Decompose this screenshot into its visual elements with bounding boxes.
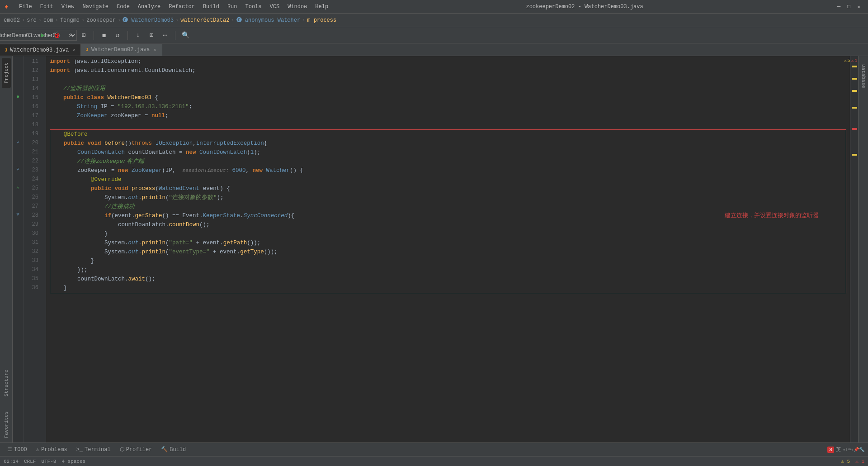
breadcrumb-com[interactable]: com <box>43 17 53 24</box>
lg-25: △ <box>13 183 23 192</box>
rerun-button[interactable]: ↺ <box>112 30 123 41</box>
menu-view[interactable]: View <box>58 3 78 11</box>
coverage-button[interactable]: ⊞ <box>78 30 89 41</box>
code-line-31: System.out.println("path=" + event.getPa… <box>50 238 846 247</box>
menu-tools[interactable]: Tools <box>242 3 265 11</box>
breadcrumb-anon[interactable]: 🅒 anonymous Watcher <box>236 17 301 24</box>
sep2: › <box>38 17 42 24</box>
lg-14 <box>13 83 23 92</box>
favorites-panel-tab[interactable]: Favorites <box>2 407 11 442</box>
lg-22 <box>13 156 23 165</box>
code-line-12: import java.util.concurrent.CountDownLat… <box>50 66 850 75</box>
menu-navigate[interactable]: Navigate <box>79 3 112 11</box>
ime-lang: 英 <box>836 446 841 453</box>
ln-18: 18 <box>24 120 42 129</box>
menu-refactor[interactable]: Refactor <box>165 3 198 11</box>
status-crlf: CRLF <box>24 459 36 464</box>
profiler-tab[interactable]: ⬡ Profiler <box>116 444 156 455</box>
profiler-label: Profiler <box>126 447 152 453</box>
breadcrumb-bar: emo02 › src › com › fengmo › zookeeper ›… <box>0 14 868 27</box>
breadcrumb-src[interactable]: src <box>27 17 37 24</box>
problems-icon: ⚠ <box>36 446 39 453</box>
menu-analyze[interactable]: Analyze <box>134 3 164 11</box>
project-panel-tab[interactable]: Project <box>2 58 11 88</box>
build-tab[interactable]: 🔨 Build <box>157 444 189 455</box>
window-controls: ─ □ ✕ <box>837 4 863 10</box>
tab-watcherdemo02[interactable]: J WatcherDemo02.java ✕ <box>81 44 162 56</box>
code-line-27: //连接成功 <box>50 202 846 211</box>
code-line-25: public void process(WatchedEvent event) … <box>50 184 846 193</box>
close-button[interactable]: ✕ <box>857 4 863 10</box>
lg-13 <box>13 74 23 83</box>
java-icon-1: J <box>5 48 8 53</box>
ln-27: 27 <box>24 202 42 211</box>
ime-icon: S <box>827 447 834 453</box>
tab-close-1[interactable]: ✕ <box>71 47 76 54</box>
gutter-marker-2 <box>852 78 857 80</box>
ln-35: 35 <box>24 274 42 283</box>
lg-24 <box>13 174 23 183</box>
breadcrumb-module[interactable]: emo02 <box>4 17 20 24</box>
status-bar: 62:14 CRLF UTF-8 4 spaces ⚠ 5 ⚠ 1 <box>0 456 868 466</box>
stop-button[interactable]: ◼ <box>99 30 109 41</box>
maximize-button[interactable]: □ <box>847 4 854 10</box>
code-line-36: } <box>50 284 846 293</box>
debug-button[interactable]: 🐞 <box>51 30 62 41</box>
structure-panel-tab[interactable]: Structure <box>2 365 11 401</box>
breadcrumb-class[interactable]: 🅒 WatcherDemo03 <box>123 17 174 24</box>
menu-build[interactable]: Build <box>199 3 223 11</box>
terminal-tab[interactable]: >_ Terminal <box>73 445 114 455</box>
todo-tab[interactable]: ☰ TODO <box>4 444 31 455</box>
sep1: › <box>22 17 25 24</box>
profile-button[interactable]: ⚡ <box>65 30 75 41</box>
line-gutter: ● ▽ ▽ △ ▽ <box>13 56 24 442</box>
lg-26 <box>13 192 23 201</box>
tab-close-2[interactable]: ✕ <box>153 46 157 53</box>
minimize-button[interactable]: ─ <box>837 4 844 10</box>
code-line-23: zooKeeper = new ZooKeeper(IP, sessionTim… <box>50 166 846 175</box>
window-title: zookeeperDemo02 - WatcherDemo03.java <box>526 4 643 10</box>
ln-24: 24 <box>24 175 42 184</box>
search-everywhere-button[interactable]: 🔍 <box>180 30 191 41</box>
breadcrumb-method[interactable]: watcherGetData2 <box>180 17 229 24</box>
toolbar-sep4 <box>175 31 175 40</box>
breadcrumb-process[interactable]: m process <box>307 17 336 24</box>
app-icon: ♦ <box>5 3 12 10</box>
ln-15: 15 <box>24 93 42 102</box>
ln-33: 33 <box>24 256 42 265</box>
vcs-more-button[interactable]: ⋯ <box>160 30 170 41</box>
menu-window[interactable]: Window <box>284 3 311 11</box>
vcs-update-button[interactable]: ↓ <box>132 30 143 41</box>
menu-code[interactable]: Code <box>113 3 133 11</box>
run-button[interactable]: ▶ <box>38 30 48 41</box>
build-icon: 🔨 <box>161 446 168 453</box>
menu-edit[interactable]: Edit <box>37 3 57 11</box>
ln-12: 12 <box>24 66 42 75</box>
ln-28: 28 <box>24 211 42 220</box>
gutter-marker-4 <box>852 107 857 109</box>
lg-17 <box>13 110 23 119</box>
ln-17: 17 <box>24 111 42 120</box>
breadcrumb-fengmo[interactable]: fengmo <box>60 17 80 24</box>
status-bar-right: ⚠ 5 ⚠ 1 <box>841 458 864 464</box>
database-panel-tab[interactable]: Database <box>859 60 868 93</box>
code-content[interactable]: import java.io.IOException; import java.… <box>46 56 850 442</box>
ln-16: 16 <box>24 102 42 111</box>
status-position: 62:14 <box>4 459 19 464</box>
code-line-19: @Before <box>50 130 846 139</box>
menu-help[interactable]: Help <box>311 3 332 11</box>
tab-watcherdemo03[interactable]: J WatcherDemo03.java ✕ <box>0 44 81 56</box>
breadcrumb-zookeeper[interactable]: zookeeper <box>86 17 116 24</box>
lg-27 <box>13 201 23 210</box>
ln-23: 23 <box>24 166 42 175</box>
menu-run[interactable]: Run <box>224 3 241 11</box>
ln-19: 19 <box>24 129 42 138</box>
toolbar-sep3 <box>127 31 128 40</box>
problems-tab[interactable]: ⚠ Problems <box>33 444 71 455</box>
vcs-push-button[interactable]: ⊞ <box>146 30 157 41</box>
lg-31 <box>13 237 23 246</box>
menu-vcs[interactable]: VCS <box>266 3 283 11</box>
line-numbers: 11 12 13 14 15 16 17 18 19 20 21 22 23 2… <box>24 56 46 442</box>
menu-file[interactable]: File <box>15 3 36 11</box>
code-line-11: import java.io.IOException; <box>50 57 850 66</box>
